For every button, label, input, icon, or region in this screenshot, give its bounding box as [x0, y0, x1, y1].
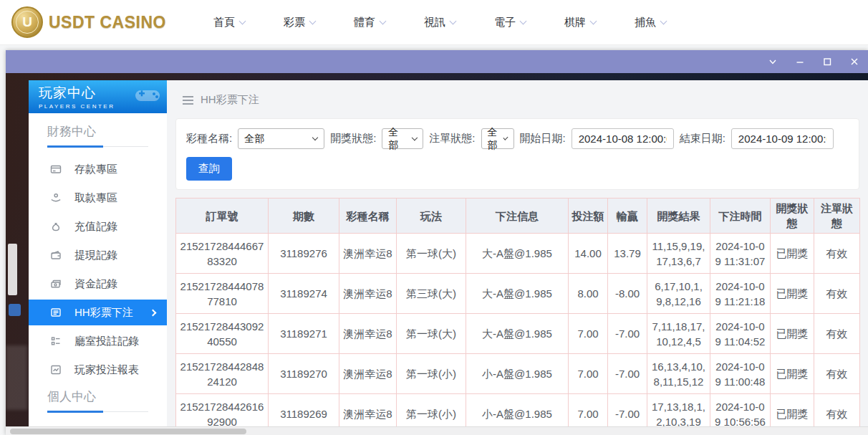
sidebar-item[interactable]: 提現記錄 [29, 241, 167, 269]
sidebar-item-label: HH彩票下注 [74, 306, 133, 320]
cell-bet-amount: 7.00 [569, 394, 608, 427]
chevron-down-icon [411, 135, 417, 140]
lottery-bet-icon [50, 307, 62, 318]
cell-bet-info: 小-A盤@1.985 [466, 354, 569, 394]
nav-item[interactable]: 電子 [494, 16, 526, 29]
column-header: 期數 [269, 199, 339, 234]
logo-coin-icon: U [11, 6, 43, 38]
order-status-select[interactable]: 全部 [481, 128, 514, 149]
withdraw-hand-icon [50, 192, 62, 204]
cell-draw-status: 已開獎 [771, 314, 814, 354]
start-date-label: 開始日期: [520, 132, 566, 145]
cell-period: 31189269 [269, 394, 339, 427]
chevron-right-icon [150, 309, 157, 316]
bets-table: 訂單號期數彩種名稱玩法下注信息投注額輸贏開獎結果下注時間開獎狀態注單狀態 215… [175, 198, 860, 426]
table-header-row: 訂單號期數彩種名稱玩法下注信息投注額輸贏開獎結果下注時間開獎狀態注單狀態 [176, 199, 860, 234]
page-title: HH彩票下注 [201, 93, 259, 107]
draw-status-label: 開獎狀態: [330, 132, 376, 145]
recharge-moneybag-icon [50, 221, 62, 232]
sidebar-header: 玩家中心 PLAYERS CENTER [29, 80, 167, 113]
lottery-name-label: 彩種名稱: [186, 132, 232, 145]
nav-item[interactable]: 首頁 [213, 16, 245, 29]
section-underline [47, 145, 148, 148]
lottery-name-select[interactable]: 全部 [238, 128, 324, 149]
horizontal-scrollbar[interactable] [6, 426, 868, 435]
chevron-down-icon [309, 17, 317, 24]
cell-bet-info: 小-A盤@1.985 [466, 394, 569, 427]
cell-bet-time: 2024-10-09 11:04:52 [710, 314, 771, 354]
table-row: 215217284428482412031189270澳洲幸运8第一球(小)小-… [176, 354, 860, 394]
cell-play-type: 第一球(大) [397, 314, 466, 354]
end-date-label: 結束日期: [680, 132, 725, 145]
nav-item[interactable]: 體育 [354, 16, 385, 29]
window-close-icon[interactable] [848, 55, 861, 68]
cell-play-type: 第一球(大) [397, 234, 466, 274]
cell-draw-status: 已開獎 [771, 394, 814, 427]
sidebar-item-label: 廳室投註記錄 [74, 335, 139, 348]
breadcrumb: HH彩票下注 [175, 80, 859, 107]
sidebar-item[interactable]: 廳室投註記錄 [29, 327, 167, 355]
sidebar-item[interactable]: 存款專區 [29, 155, 167, 183]
cell-order-no: 2152172844261692900 [176, 394, 269, 427]
cell-bet-amount: 14.00 [569, 234, 608, 274]
nav-item-label: 首頁 [213, 16, 235, 29]
nav-item[interactable]: 棋牌 [564, 16, 596, 29]
sidebar-item[interactable]: 消息公告 [29, 420, 167, 426]
cell-draw-result: 17,13,18,1,2,10,3,19 [647, 394, 710, 427]
cell-lottery-name: 澳洲幸运8 [339, 274, 397, 314]
site-nav: 首頁 彩票 體育 視訊 電子 棋牌 捕魚 [213, 16, 666, 29]
window-collapse-icon[interactable] [766, 55, 779, 68]
column-header: 下注信息 [466, 199, 569, 234]
cell-draw-result: 7,11,18,17,10,12,4,5 [647, 314, 710, 354]
sidebar-item-label: 資金記錄 [74, 277, 117, 291]
column-header: 輸贏 [608, 199, 647, 234]
cell-draw-result: 11,15,9,19,17,13,6,7 [647, 234, 710, 274]
cell-play-type: 第一球(小) [397, 354, 466, 394]
cell-bet-time: 2024-10-09 11:21:18 [710, 274, 771, 314]
logo[interactable]: U USDT CASINO [11, 6, 166, 38]
draw-status-select[interactable]: 全部 [382, 128, 423, 149]
cell-order-no: 2152172844309240550 [176, 314, 269, 354]
start-date-input[interactable] [572, 128, 674, 149]
nav-item-label: 捕魚 [635, 16, 656, 29]
chevron-down-icon [380, 17, 387, 24]
column-header: 投注額 [569, 199, 608, 234]
nav-item-label: 彩票 [284, 16, 305, 29]
sidebar-item[interactable]: 充值記錄 [29, 212, 167, 241]
column-header: 開獎狀態 [771, 199, 814, 234]
nav-item[interactable]: 視訊 [424, 16, 455, 29]
sidebar-item[interactable]: HH彩票下注 [29, 300, 167, 325]
cell-draw-status: 已開獎 [771, 354, 814, 394]
window-maximize-icon[interactable] [821, 55, 834, 68]
cell-order-no: 2152172844284824120 [176, 354, 269, 394]
screen: U USDT CASINO 首頁 彩票 體育 視訊 電子 棋牌 捕魚 [0, 0, 868, 435]
chevron-down-icon [239, 17, 246, 24]
cell-period: 31189270 [269, 354, 339, 394]
cell-draw-result: 6,17,10,1,9,8,12,16 [647, 274, 710, 314]
hamburger-icon[interactable] [183, 96, 193, 105]
cell-order-status: 有效 [814, 354, 860, 394]
window-minimize-icon[interactable] [794, 55, 806, 68]
hall-bet-record-icon [50, 335, 62, 347]
search-button[interactable]: 查詢 [186, 157, 232, 181]
chevron-down-icon [503, 135, 508, 140]
section-label-finance: 財務中心 [47, 123, 167, 140]
site-header: U USDT CASINO 首頁 彩票 體育 視訊 電子 棋牌 捕魚 [0, 0, 868, 45]
cell-order-no: 2152172844466783320 [176, 234, 269, 274]
cell-order-no: 2152172844407877810 [176, 274, 269, 314]
cell-draw-status: 已開獎 [771, 234, 814, 274]
cell-lottery-name: 澳洲幸运8 [339, 354, 397, 394]
nav-item[interactable]: 彩票 [284, 16, 315, 29]
sidebar-item[interactable]: 資金記錄 [29, 269, 167, 298]
chevron-down-icon [450, 17, 457, 24]
order-status-label: 注單狀態: [429, 132, 475, 145]
logo-text: USDT CASINO [49, 13, 166, 32]
cell-win-loss: -7.00 [608, 314, 647, 354]
cell-lottery-name: 澳洲幸运8 [339, 314, 397, 354]
end-date-input[interactable] [731, 128, 834, 149]
nav-item[interactable]: 捕魚 [635, 16, 666, 29]
sidebar-item[interactable]: 玩家投注報表 [29, 355, 167, 384]
scrollbar-thumb[interactable] [10, 429, 246, 434]
sidebar-item[interactable]: 取款專區 [29, 183, 167, 212]
cell-win-loss: -7.00 [608, 354, 647, 394]
